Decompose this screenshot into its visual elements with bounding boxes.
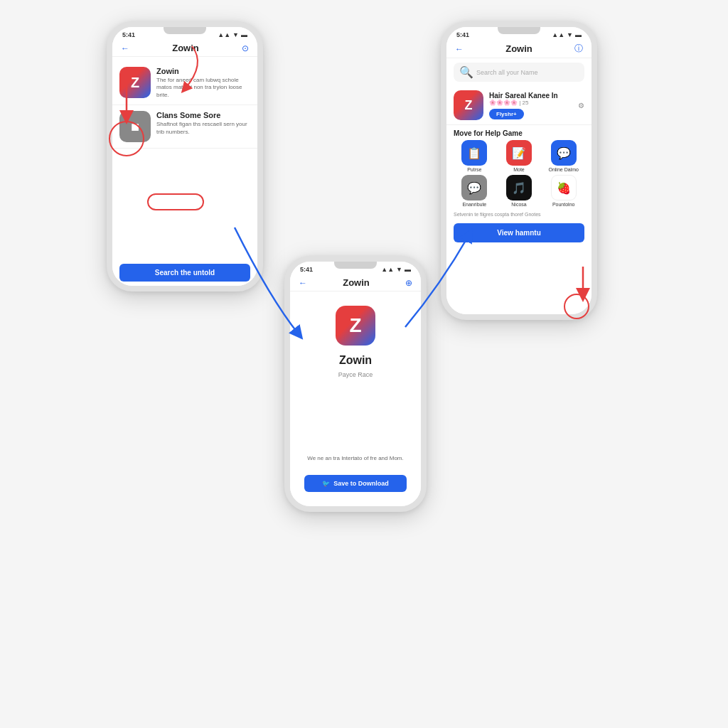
notch-1 (164, 27, 206, 34)
battery-icon: ▬ (241, 31, 247, 38)
nav-title-1: Zowin (172, 43, 199, 53)
screen-1: 5:41 ▲▲ ▼ ▬ ← Zowin ⊙ Z Zowin The for an… (112, 27, 257, 286)
back-icon-2[interactable]: ← (299, 278, 307, 288)
app-item-clans[interactable]: ■ Clans Some Sore Shaftnot figan ths res… (112, 105, 257, 149)
app-item-zowin[interactable]: Z Zowin The for aneed cam lubwq schole m… (112, 61, 257, 105)
nav-bar-2: ← Zowin ⊕ (290, 274, 421, 291)
wifi-icon-3: ▼ (567, 31, 573, 38)
search-untold-button[interactable]: Search the untold (119, 264, 250, 282)
zowin-desc: The for aneed cam lubwq schole matos mat… (156, 77, 250, 99)
signal-icon: ▲▲ (218, 31, 230, 38)
featured-settings-icon[interactable]: ⚙ (578, 102, 584, 109)
featured-icon: Z (454, 90, 483, 120)
status-icons-2: ▲▲ ▼ ▬ (381, 266, 411, 273)
featured-sub: 🌸🌸🌸🌸 | 25 (489, 100, 572, 106)
phone-1: 5:41 ▲▲ ▼ ▬ ← Zowin ⊙ Z Zowin The for an… (107, 21, 263, 291)
download-label: Save to Download (333, 480, 389, 487)
signal-icon-2: ▲▲ (381, 266, 394, 273)
status-icons-1: ▲▲ ▼ ▬ (218, 31, 247, 38)
zowin-info: Zowin The for aneed cam lubwq schole mat… (156, 67, 250, 99)
phone-2: 5:41 ▲▲ ▼ ▬ ← Zowin ⊕ Z Zowin Payce Race… (284, 256, 427, 512)
wifi-icon-2: ▼ (396, 266, 402, 273)
screen-3: 5:41 ▲▲ ▼ ▬ ← Zowin ⓘ 🔍 Search all your … (446, 27, 592, 314)
grid-icon-3: 💬 (461, 175, 487, 200)
grid-icon-1: 📝 (506, 140, 532, 166)
grid-icon-2: 💬 (551, 140, 577, 166)
splash-logo: Z (336, 306, 375, 346)
notch-2 (334, 262, 377, 269)
nav-title-3: Zowin (505, 43, 532, 54)
zowin-icon: Z (119, 67, 151, 98)
view-hamntu-button[interactable]: View hamntu (454, 223, 584, 242)
grid-icon-0: 📋 (461, 140, 487, 166)
section-title: Move for Help Game (446, 125, 592, 140)
clans-info: Clans Some Sore Shaftnot figan ths resca… (156, 111, 250, 136)
save-download-button[interactable]: 🐦 Save to Download (304, 475, 407, 492)
grid-item-5[interactable]: 🍓 Pountolno (542, 175, 584, 207)
featured-app[interactable]: Z Hair Sareal Kanee In 🌸🌸🌸🌸 | 25 Flyshr+… (446, 86, 592, 125)
notch-3 (498, 27, 540, 34)
search-bar-3[interactable]: 🔍 Search all your Name (454, 63, 584, 82)
splash-title: Zowin (339, 354, 372, 367)
splash-screen: Z Zowin Payce Race We ne an tra Intertat… (290, 291, 421, 506)
grid-icon-5: 🍓 (551, 175, 577, 200)
search-input-3[interactable]: Search all your Name (476, 69, 538, 76)
screen-2: 5:41 ▲▲ ▼ ▬ ← Zowin ⊕ Z Zowin Payce Race… (290, 262, 421, 506)
grid-label-1: Mote (513, 167, 525, 172)
grid-item-3[interactable]: 💬 Enanribute (454, 175, 496, 207)
grid-item-0[interactable]: 📋 Putrse (454, 140, 496, 172)
nav-bar-1: ← Zowin ⊙ (112, 40, 257, 57)
clans-icon: ■ (119, 111, 151, 142)
time-1: 5:41 (122, 31, 135, 38)
grid-label-0: Putrse (467, 167, 481, 172)
app-list-1: Z Zowin The for aneed cam lubwq schole m… (112, 57, 257, 258)
nav-title-2: Zowin (343, 277, 370, 288)
app-grid: 📋 Putrse 📝 Mote 💬 Online Dalmo 💬 (446, 140, 592, 211)
time-3: 5:41 (456, 31, 469, 38)
nav-bar-3: ← Zowin ⓘ (446, 40, 592, 58)
battery-icon-3: ▬ (575, 31, 582, 38)
grid-label-4: Nicosa (511, 202, 526, 207)
grid-icon-4: 🎵 (506, 175, 532, 200)
info-icon-3[interactable]: ⓘ (574, 43, 583, 55)
twitter-icon: 🐦 (322, 480, 330, 487)
back-icon-3[interactable]: ← (455, 44, 464, 54)
grid-label-5: Pountolno (552, 202, 575, 207)
zowin-name: Zowin (156, 67, 250, 75)
featured-name: Hair Sareal Kanee In (489, 92, 572, 100)
grid-item-4[interactable]: 🎵 Nicosa (498, 175, 540, 207)
bottom-note: Setvenin te filgres cospta thoref Gnotes (446, 211, 592, 220)
grid-item-2[interactable]: 💬 Online Dalmo (542, 140, 584, 172)
splash-sub: Payce Race (338, 371, 373, 378)
search-icon-3: 🔍 (459, 65, 473, 79)
signal-icon-3: ▲▲ (552, 31, 564, 38)
featured-info: Hair Sareal Kanee In 🌸🌸🌸🌸 | 25 Flyshr+ (489, 92, 572, 119)
get-button[interactable]: Flyshr+ (489, 109, 524, 119)
wifi-icon: ▼ (232, 31, 239, 38)
download-icon-2[interactable]: ⊕ (405, 278, 412, 288)
grid-label-2: Online Dalmo (548, 167, 578, 172)
battery-icon-2: ▬ (405, 266, 411, 273)
time-2: 5:41 (300, 266, 313, 273)
status-icons-3: ▲▲ ▼ ▬ (552, 31, 582, 38)
phone-3: 5:41 ▲▲ ▼ ▬ ← Zowin ⓘ 🔍 Search all your … (441, 21, 597, 320)
back-icon-1[interactable]: ← (121, 43, 129, 53)
clans-name: Clans Some Sore (156, 111, 250, 119)
grid-label-3: Enanribute (462, 202, 486, 207)
clans-desc: Shaftnot figan ths rescaell sern your tr… (156, 121, 250, 136)
splash-tagline: We ne an tra Intertato of fre and Mom. (307, 454, 403, 462)
grid-item-1[interactable]: 📝 Mote (498, 140, 540, 172)
settings-icon-1[interactable]: ⊙ (242, 43, 249, 53)
